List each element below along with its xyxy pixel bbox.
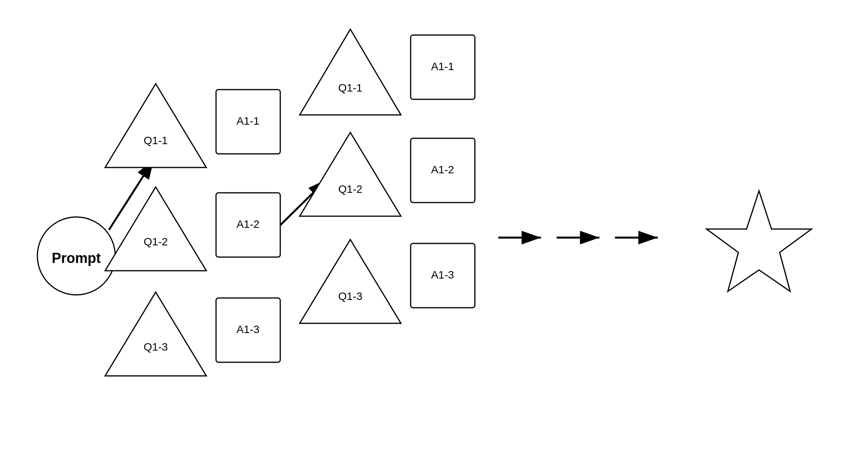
diagram-canvas: Prompt Q1-1 Q1-2 Q1-3 A1-1 A1-2 A1-3 Q1-… [0, 0, 868, 476]
col1-triangle-1 [105, 84, 206, 167]
col2-square-2-label: A1-2 [431, 164, 454, 176]
col2-square-1-label: A1-1 [431, 60, 454, 72]
col1-square-2-label: A1-2 [236, 218, 259, 230]
col1-triangle-1-label: Q1-1 [144, 134, 168, 146]
col1-triangle-2 [105, 187, 206, 271]
col2-triangle-1-label: Q1-1 [338, 82, 362, 94]
col2-triangle-2-label: Q1-2 [338, 183, 362, 195]
col1-square-1-label: A1-1 [236, 115, 259, 127]
col1-square-3-label: A1-3 [236, 323, 259, 335]
col2-triangle-2 [300, 132, 401, 216]
col2-triangle-3-label: Q1-3 [338, 290, 362, 302]
col1-triangle-3 [105, 292, 206, 376]
col2-square-3-label: A1-3 [431, 269, 454, 281]
col1-triangle-3-label: Q1-3 [144, 341, 168, 353]
col2-triangle-3 [300, 240, 401, 323]
star-shape [706, 191, 812, 291]
col2-triangle-1 [300, 29, 401, 115]
col1-triangle-2-label: Q1-2 [144, 236, 168, 248]
prompt-label: Prompt [52, 250, 101, 266]
